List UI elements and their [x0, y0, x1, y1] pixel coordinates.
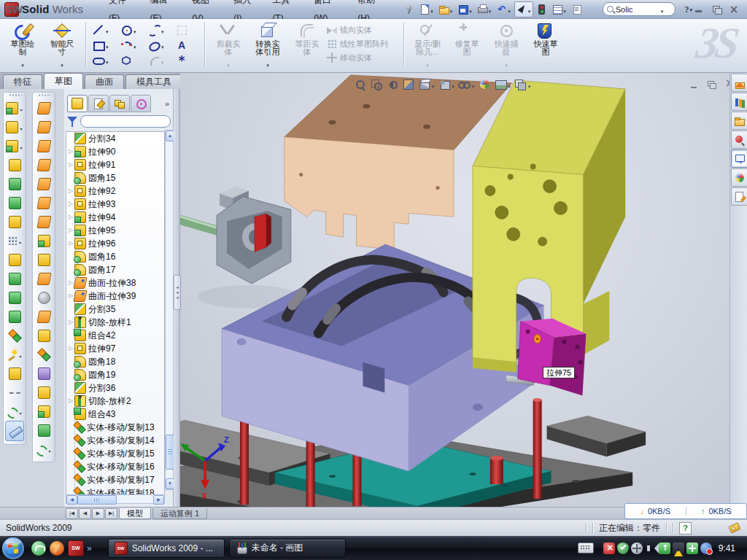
model-tab-模型[interactable]: 模型	[119, 508, 151, 519]
system-warning-tray-icon[interactable]	[673, 542, 684, 554]
smart-dimension-button[interactable]: 智能尺寸	[42, 21, 82, 70]
task-pane-file-explorer[interactable]	[731, 112, 747, 130]
messenger-quicklaunch-icon[interactable]	[31, 541, 46, 556]
mirror-button[interactable]	[4, 269, 26, 288]
dropdown-icon[interactable]	[18, 234, 22, 247]
select-button[interactable]	[514, 1, 534, 18]
tab-模具工具[interactable]: 模具工具	[125, 74, 182, 89]
tree-item[interactable]: 组合42	[66, 329, 164, 342]
dropdown-icon[interactable]	[19, 139, 23, 152]
dropdown-icon[interactable]	[47, 443, 51, 456]
mirror-entities-button[interactable]: 镜向实体	[327, 24, 400, 36]
tree-item[interactable]: 拉伸94	[66, 211, 164, 224]
doc-minimize-button[interactable]	[689, 80, 700, 90]
display-style-button[interactable]	[438, 78, 456, 91]
graphics-viewport[interactable]: Y Z X 拉伸75	[180, 73, 729, 507]
dropdown-icon[interactable]	[452, 78, 456, 91]
boundary-surface-button[interactable]	[33, 155, 55, 174]
reference-plane-button[interactable]	[4, 364, 26, 383]
dropdown-icon[interactable]	[133, 23, 137, 36]
scroll-left-button[interactable]: ◀	[66, 495, 77, 505]
dropdown-icon[interactable]	[105, 54, 109, 67]
dropdown-icon[interactable]	[468, 3, 473, 16]
tree-item[interactable]: 拉伸95	[66, 224, 164, 237]
tree-item[interactable]: 拉伸90	[66, 145, 164, 158]
taskbar-button[interactable]: 未命名 - 画图	[229, 539, 346, 558]
tab-草图[interactable]: 草图	[44, 73, 83, 89]
revolved-surface-button[interactable]	[33, 117, 55, 136]
expand-arrow-icon[interactable]	[67, 198, 74, 211]
rebuild-button[interactable]	[535, 4, 549, 15]
sketch-button[interactable]: 草图绘制	[3, 21, 42, 70]
panel-tab-propertymanager[interactable]	[88, 95, 109, 112]
start-button[interactable]	[2, 537, 24, 559]
volume-tray-icon[interactable]	[645, 542, 657, 554]
undo-button[interactable]	[495, 2, 513, 17]
search-input[interactable]	[616, 5, 658, 14]
dropdown-icon[interactable]	[449, 3, 454, 16]
repair-sketch-button[interactable]: 修复草图	[447, 21, 487, 70]
expand-arrow-icon[interactable]	[67, 316, 74, 329]
antivirus-tray-icon[interactable]	[617, 542, 629, 554]
tree-item[interactable]: 圆角17	[66, 263, 164, 276]
instant3d-button[interactable]	[4, 345, 26, 364]
dropdown-icon[interactable]	[160, 54, 165, 67]
swept-surface-button[interactable]	[33, 98, 55, 117]
scroll-thumb[interactable]	[77, 495, 117, 505]
rib-button[interactable]	[4, 155, 26, 174]
tree-horizontal-scrollbar[interactable]: ◀ ▶	[66, 494, 165, 504]
tree-item[interactable]: 切除-放样2	[66, 394, 164, 408]
zoom-to-fit-button[interactable]	[354, 78, 367, 91]
quick-launch-more[interactable]: »	[87, 541, 92, 556]
ellipse-tool-button[interactable]	[145, 39, 173, 52]
first-tab-button[interactable]: |◀	[66, 508, 78, 519]
move-copy-body-button[interactable]	[4, 326, 26, 345]
draft-button[interactable]	[4, 193, 26, 212]
search-dropdown-icon[interactable]	[660, 3, 665, 16]
freeform-button[interactable]	[33, 231, 55, 250]
pin-button[interactable]	[402, 3, 416, 15]
dropdown-icon[interactable]	[226, 57, 231, 70]
properties-button[interactable]	[570, 3, 584, 15]
trim-entities-button[interactable]: 剪裁实体	[209, 21, 248, 70]
tag-icon[interactable]	[728, 524, 740, 532]
arc-tool-button[interactable]	[117, 39, 145, 52]
taskbar-button[interactable]: SolidWorks 2009 - ...	[108, 539, 225, 558]
dropdown-icon[interactable]	[508, 78, 512, 91]
part-red-insert[interactable]	[255, 214, 266, 252]
dropdown-icon[interactable]	[18, 348, 22, 361]
delete-face-button[interactable]	[33, 288, 55, 307]
messenger-status-tray-icon[interactable]	[700, 542, 712, 554]
rectangle-tool-button[interactable]	[90, 39, 117, 52]
tree-item[interactable]: 拉伸97	[66, 342, 164, 355]
quick-snaps-button[interactable]: 快速捕捉	[487, 21, 526, 70]
hide-show-button[interactable]	[458, 78, 476, 91]
tree-item[interactable]: 组合43	[66, 408, 164, 421]
panel-splitter[interactable]: ◂◂◂	[174, 89, 180, 507]
dropdown-icon[interactable]	[133, 39, 137, 52]
tab-曲面[interactable]: 曲面	[85, 74, 124, 89]
trimmed-surface-button[interactable]	[33, 136, 55, 155]
polygon-tool-button[interactable]	[117, 55, 145, 66]
usb-device-tray-icon[interactable]	[659, 542, 670, 554]
circle-tool-button[interactable]	[117, 23, 145, 36]
dropdown-icon[interactable]	[60, 57, 64, 70]
dropdown-icon[interactable]	[105, 39, 109, 52]
dropdown-icon[interactable]	[431, 78, 436, 91]
knit-surface-button[interactable]	[33, 345, 55, 364]
tree-item[interactable]: 实体-移动/复制16	[66, 460, 164, 473]
linear-sketch-pattern-button[interactable]: 线性草图阵列	[327, 38, 400, 50]
minimize-button[interactable]	[693, 4, 705, 15]
dropdown-icon[interactable]	[504, 57, 508, 70]
task-pane-solidworks-search[interactable]	[731, 131, 747, 149]
sketch-fillet-tool-button[interactable]	[145, 54, 173, 67]
solidworks-quicklaunch-icon[interactable]: SW	[68, 540, 84, 556]
tree-item[interactable]: 圆角15	[66, 171, 164, 184]
apply-scene-button[interactable]	[495, 78, 512, 91]
new-file-button[interactable]	[417, 2, 436, 17]
combine-button[interactable]	[4, 307, 26, 326]
untrim-surface-button[interactable]	[33, 326, 55, 345]
dropdown-icon[interactable]	[527, 78, 532, 91]
save-button[interactable]	[456, 2, 474, 17]
system-settings-tray-icon[interactable]	[631, 542, 643, 554]
